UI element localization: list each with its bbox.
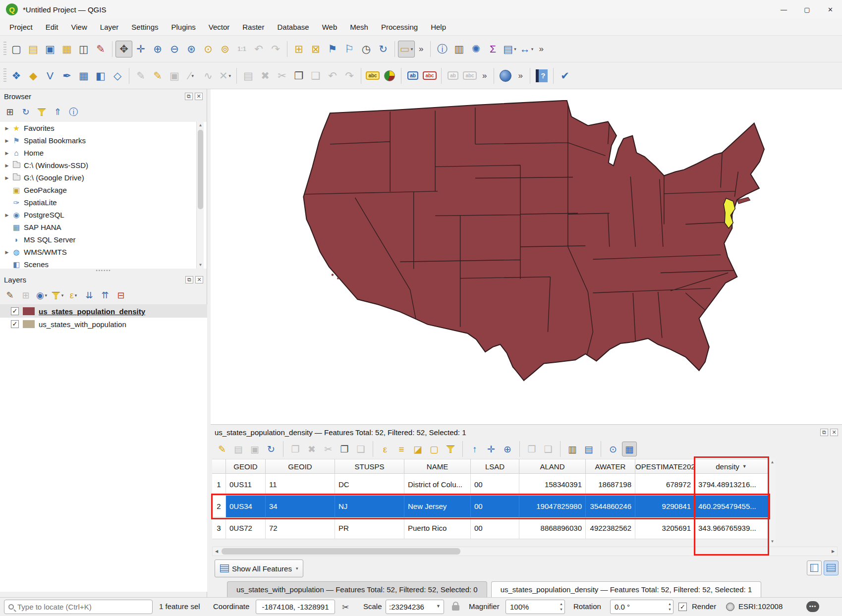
lock-scale-icon[interactable] <box>452 605 459 611</box>
column-header-lsad-4[interactable]: LSAD <box>471 459 519 474</box>
menu-plugins[interactable]: Plugins <box>165 20 202 34</box>
style-manager-button[interactable]: ✎ <box>92 41 109 57</box>
new-print-layout-button[interactable]: ▦ <box>58 41 75 57</box>
browser-scrollbar[interactable]: ▲ ▼ <box>196 122 204 269</box>
options-button[interactable]: ✺ <box>467 41 484 57</box>
cell-name-3[interactable]: New Jersey <box>404 496 471 517</box>
table-row-1[interactable]: 10US1111DCDistrict of Colu...00158340391… <box>212 474 768 496</box>
attr-close-button[interactable]: ✕ <box>830 429 838 436</box>
cell-name-3[interactable]: District of Colu... <box>404 474 471 496</box>
toolbar-overflow-button[interactable]: » <box>415 44 427 54</box>
search-widget-button[interactable]: ⊙ <box>606 442 620 456</box>
table-vscrollbar[interactable]: ▲ ▼ <box>768 459 776 545</box>
cell-geoid-1[interactable]: 72 <box>266 517 335 539</box>
dock-attribute-table-button[interactable]: ▦ <box>622 442 637 456</box>
column-header-awater-6[interactable]: AWATER <box>586 459 635 474</box>
move-selection-to-top-button[interactable]: ↑ <box>467 442 482 456</box>
pan-map-to-selection-button[interactable]: ✛ <box>132 41 149 57</box>
attribute-table-tab-1[interactable]: us_states_population_density — Features … <box>491 581 762 597</box>
invert-selection-button[interactable]: ◪ <box>410 442 425 456</box>
new-project-button[interactable]: ▢ <box>8 41 25 57</box>
layer-labeling-button[interactable]: abc <box>364 67 381 84</box>
digitize-with-segment-button[interactable]: ∕▾ <box>183 67 200 84</box>
expand-arrow-icon[interactable]: ▶ <box>3 213 11 218</box>
extents-toggle-icon[interactable]: ✂ <box>342 602 349 613</box>
chevron-down-icon[interactable]: ▾ <box>229 73 231 78</box>
delete-selected-button[interactable]: ✖ <box>257 67 274 84</box>
copy-cell-button[interactable]: ❐ <box>524 442 539 456</box>
modify-attributes-button[interactable]: ▤ <box>240 67 257 84</box>
cut-selected-button[interactable]: ✂ <box>321 442 336 456</box>
zoom-out-button[interactable]: ⊖ <box>166 41 183 57</box>
layer-visibility-checkbox[interactable]: ✓ <box>11 307 19 315</box>
panel-splitter[interactable]: •••••• <box>0 269 207 273</box>
table-corner[interactable] <box>212 459 226 474</box>
cell-popestimate2023-7[interactable]: 9290841 <box>635 496 695 517</box>
form-view-button[interactable] <box>807 560 822 575</box>
scroll-left-icon[interactable]: ◀ <box>213 547 221 556</box>
crs-globe-icon[interactable] <box>726 603 734 611</box>
new-geopackage-layer-button[interactable]: ◆ <box>25 67 42 84</box>
menu-web[interactable]: Web <box>316 20 344 34</box>
save-layer-edits-button[interactable]: ▣ <box>166 67 183 84</box>
chevron-down-icon[interactable]: ▾ <box>531 47 534 52</box>
layer-diagram-button[interactable] <box>381 67 398 84</box>
cell-awater-6[interactable]: 18687198 <box>586 474 635 496</box>
column-header-density-8[interactable]: density▼ <box>695 459 768 474</box>
new-temporary-scratch-layer-button[interactable]: ◧ <box>92 67 109 84</box>
expand-arrow-icon[interactable]: ▶ <box>3 175 11 180</box>
layer-item[interactable]: ✓us_states_with_population <box>0 318 207 331</box>
filter-browser-button[interactable] <box>35 105 49 119</box>
new-map-view-button[interactable]: ⊞ <box>290 41 307 57</box>
open-field-calculator-button[interactable]: ▥ <box>565 442 580 456</box>
browser-item-spatialite[interactable]: ✑SpatiaLite <box>0 196 207 209</box>
chevron-down-icon[interactable]: ▾ <box>75 293 77 298</box>
open-project-button[interactable]: ▤ <box>25 41 42 57</box>
delete-selected-features-button[interactable]: ✖ <box>304 442 319 456</box>
cell-geoid-0[interactable]: 0US72 <box>226 517 266 539</box>
chevron-down-icon[interactable]: ▾ <box>191 73 194 78</box>
column-header-popestimate2023-7[interactable]: POPESTIMATE2023 <box>635 459 695 474</box>
identify-features-button[interactable]: ⓘ <box>434 41 450 57</box>
collapse-all-button[interactable]: ⇑ <box>51 105 64 119</box>
cell-geoid-1[interactable]: 11 <box>266 474 335 496</box>
cell-popestimate2023-7[interactable]: 678972 <box>635 474 695 496</box>
new-shapefile-layer-button[interactable]: V <box>42 67 58 84</box>
paste-features-button[interactable]: ❑ <box>353 442 368 456</box>
menu-help[interactable]: Help <box>424 20 452 34</box>
column-header-name-3[interactable]: NAME <box>404 459 471 474</box>
attr-float-button[interactable]: ⧉ <box>820 429 828 436</box>
browser-properties-button[interactable]: ⓘ <box>66 105 80 119</box>
cell-density-8[interactable]: 3794.48913216... <box>695 474 768 496</box>
locate-search-box[interactable] <box>4 600 153 614</box>
stream-digitizing-button[interactable]: ∿ <box>200 67 217 84</box>
menu-vector[interactable]: Vector <box>202 20 236 34</box>
zoom-native-resolution-button[interactable]: 1:1 <box>233 41 250 57</box>
add-feature-button[interactable]: ❐ <box>288 442 303 456</box>
menu-processing[interactable]: Processing <box>375 20 424 34</box>
vertex-tool-button[interactable]: ✕▾ <box>217 67 233 84</box>
zoom-full-extent-button[interactable]: ⊛ <box>183 41 200 57</box>
menu-edit[interactable]: Edit <box>39 20 65 34</box>
row-number[interactable]: 3 <box>212 517 226 539</box>
open-attribute-table-button[interactable]: ▤▾ <box>501 41 518 57</box>
zoom-in-button[interactable]: ⊕ <box>149 41 166 57</box>
zoom-to-selection-button[interactable]: ⊙ <box>200 41 217 57</box>
new-3d-map-view-button[interactable]: ⊠ <box>307 41 324 57</box>
browser-item-folder[interactable]: ▶C:\ (Windows-SSD) <box>0 159 207 171</box>
expand-arrow-icon[interactable]: ▶ <box>3 250 11 255</box>
open-layer-styling-button[interactable]: ✎ <box>3 288 17 302</box>
cell-lsad-4[interactable]: 00 <box>471 517 519 539</box>
locate-input[interactable] <box>17 603 131 611</box>
expand-arrow-icon[interactable]: ▶ <box>3 151 11 156</box>
show-all-features-button[interactable]: Show All Features ▾ <box>215 560 303 577</box>
highlight-pinned-labels-button[interactable]: abc <box>421 67 438 84</box>
table-row-2[interactable]: 20US3434NJNew Jersey00190478259803544860… <box>212 496 768 517</box>
scroll-right-icon[interactable]: ▶ <box>829 547 837 556</box>
select-by-expression-button[interactable]: ε <box>378 442 393 456</box>
copy-features-button[interactable]: ❐ <box>290 67 307 84</box>
browser-item-ms-sql-server[interactable]: ◗MS SQL Server <box>0 233 207 246</box>
table-hscrollbar[interactable]: ◀ ▶ <box>212 547 838 556</box>
minimize-button[interactable]: — <box>772 0 795 19</box>
show-layout-manager-button[interactable]: ◫ <box>75 41 92 57</box>
